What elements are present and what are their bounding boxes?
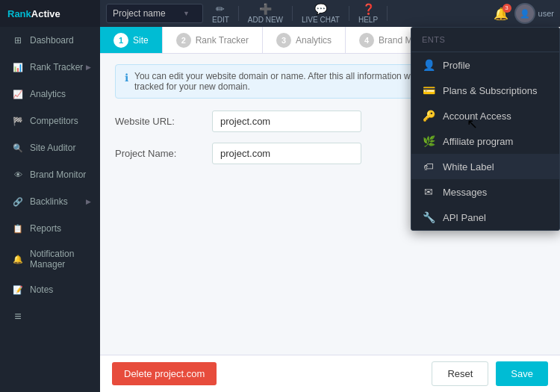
step-tab-1[interactable]: 2 Rank Tracker xyxy=(163,27,263,53)
sidebar-item-dashboard[interactable]: Dashboard xyxy=(0,27,100,54)
project-name-label: Project Name: xyxy=(115,148,212,159)
info-text: You can edit your website domain or name… xyxy=(134,71,456,92)
dropdown-item-affiliate[interactable]: 🌿 Affiliate program xyxy=(411,128,559,154)
topbar-sep xyxy=(387,6,388,21)
topbar-sep xyxy=(238,6,239,21)
notif-badge: 3 xyxy=(503,4,511,13)
delete-button[interactable]: Delete project.com xyxy=(112,362,217,385)
footer-right: Reset Save xyxy=(432,361,548,386)
user-dropdown-menu: ENTS 👤 Profile 💳 Plans & Subscriptions 🔑… xyxy=(411,27,560,231)
reports-icon xyxy=(11,222,25,235)
notes-icon xyxy=(11,283,25,296)
sidebar-label-analytics: Analytics xyxy=(30,89,91,99)
plans-label: Plans & Subscriptions xyxy=(443,85,537,96)
account-access-label: Account Access xyxy=(443,111,511,122)
dropdown-item-api-panel[interactable]: 🔧 API Panel xyxy=(411,205,559,230)
dropdown-item-account-access[interactable]: 🔑 Account Access xyxy=(411,103,559,128)
profile-icon: 👤 xyxy=(422,59,435,71)
help-icon: ❓ xyxy=(362,3,375,15)
live-chat-icon: 💬 xyxy=(314,3,327,15)
dropdown-item-profile[interactable]: 👤 Profile xyxy=(411,52,559,78)
search-box[interactable]: ▼ xyxy=(106,4,203,23)
sidebar-item-analytics[interactable]: Analytics xyxy=(0,81,100,108)
sidebar-label-notification: Notification Manager xyxy=(30,249,91,270)
more-icon xyxy=(11,310,25,323)
sidebar-item-competitors[interactable]: Competitors xyxy=(0,108,100,134)
sidebar-label-notes: Notes xyxy=(30,284,91,295)
analytics-icon xyxy=(11,87,25,101)
sidebar-item-more[interactable] xyxy=(0,303,100,330)
sidebar-label-competitors: Competitors xyxy=(30,116,91,126)
user-label[interactable]: user xyxy=(538,9,554,18)
white-label-label: White Label xyxy=(443,161,494,172)
step-label-0: Site xyxy=(133,35,149,46)
info-icon: ℹ xyxy=(125,72,128,84)
search-input[interactable] xyxy=(113,8,180,19)
save-button[interactable]: Save xyxy=(496,361,548,386)
dropdown-item-messages[interactable]: ✉ Messages xyxy=(411,179,559,205)
step-num-0: 1 xyxy=(113,33,128,48)
avatar[interactable]: 👤 xyxy=(514,3,535,24)
plans-icon: 💳 xyxy=(422,84,435,96)
sidebar-item-notification[interactable]: Notification Manager xyxy=(0,242,100,276)
account-access-icon: 🔑 xyxy=(422,110,435,122)
competitors-icon xyxy=(11,114,25,128)
sidebar-label-reports: Reports xyxy=(30,223,91,234)
api-panel-label: API Panel xyxy=(443,212,486,223)
step-tab-2[interactable]: 3 Analytics xyxy=(263,27,346,53)
sidebar-item-reports[interactable]: Reports xyxy=(0,215,100,242)
dropdown-header: ENTS xyxy=(411,28,559,52)
arrow-icon: ▶ xyxy=(86,63,91,71)
step-num-2: 3 xyxy=(276,33,291,48)
sidebar-label-dashboard: Dashboard xyxy=(30,35,91,46)
step-label-1: Rank Tracker xyxy=(196,35,249,46)
affiliate-icon: 🌿 xyxy=(422,135,435,147)
edit-button[interactable]: ✏EDIT xyxy=(208,3,234,24)
website-url-input[interactable] xyxy=(212,111,361,132)
logo-active: Active xyxy=(31,8,60,19)
topbar-sep xyxy=(349,6,349,21)
add-new-button[interactable]: ➕ADD NEW xyxy=(243,3,287,24)
brand-icon xyxy=(11,168,25,181)
notification-icon xyxy=(11,252,25,266)
sidebar-label-backlinks: Backlinks xyxy=(30,196,86,207)
logo: RankActive xyxy=(0,0,100,27)
search-dropdown-arrow[interactable]: ▼ xyxy=(183,10,190,17)
step-num-3: 4 xyxy=(359,33,374,48)
sidebar-item-backlinks[interactable]: Backlinks ▶ xyxy=(0,188,100,215)
help-label: HELP xyxy=(358,16,378,24)
rank-icon xyxy=(11,60,25,74)
add-new-label: ADD NEW xyxy=(248,16,283,24)
edit-icon: ✏ xyxy=(216,3,225,15)
footer-bar: Delete project.com Reset Save xyxy=(100,355,560,392)
sidebar-item-notes[interactable]: Notes xyxy=(0,276,100,303)
sidebar: RankActive Dashboard Rank Tracker ▶ Anal… xyxy=(0,0,100,392)
notifications-button[interactable]: 🔔 3 xyxy=(491,4,511,24)
website-url-label: Website URL: xyxy=(115,116,212,127)
live-chat-button[interactable]: 💬LIVE CHAT xyxy=(297,3,344,24)
backlinks-icon xyxy=(11,195,25,208)
topbar: ▼ ✏EDIT➕ADD NEW💬LIVE CHAT❓HELP 🔔 3 👤 use… xyxy=(100,0,560,27)
live-chat-label: LIVE CHAT xyxy=(302,16,340,24)
messages-icon: ✉ xyxy=(422,186,435,198)
dropdown-item-plans[interactable]: 💳 Plans & Subscriptions xyxy=(411,78,559,103)
arrow-icon: ▶ xyxy=(86,198,91,205)
topbar-sep xyxy=(292,6,293,21)
sidebar-item-brand-monitor[interactable]: Brand Monitor xyxy=(0,161,100,188)
help-button[interactable]: ❓HELP xyxy=(354,3,382,24)
auditor-icon xyxy=(11,141,25,155)
project-name-input[interactable] xyxy=(212,143,361,164)
sidebar-label-site-auditor: Site Auditor xyxy=(30,143,91,153)
dropdown-item-white-label[interactable]: 🏷 White Label xyxy=(411,154,559,179)
add-new-icon: ➕ xyxy=(259,3,272,15)
api-panel-icon: 🔧 xyxy=(422,211,435,223)
profile-label: Profile xyxy=(443,60,470,71)
edit-label: EDIT xyxy=(212,16,229,24)
avatar-icon: 👤 xyxy=(520,9,530,19)
sidebar-item-rank-tracker[interactable]: Rank Tracker ▶ xyxy=(0,54,100,81)
step-num-1: 2 xyxy=(176,33,191,48)
reset-button[interactable]: Reset xyxy=(432,361,488,386)
white-label-icon: 🏷 xyxy=(422,161,435,172)
step-tab-0[interactable]: 1 Site xyxy=(100,27,163,53)
sidebar-item-site-auditor[interactable]: Site Auditor xyxy=(0,134,100,161)
